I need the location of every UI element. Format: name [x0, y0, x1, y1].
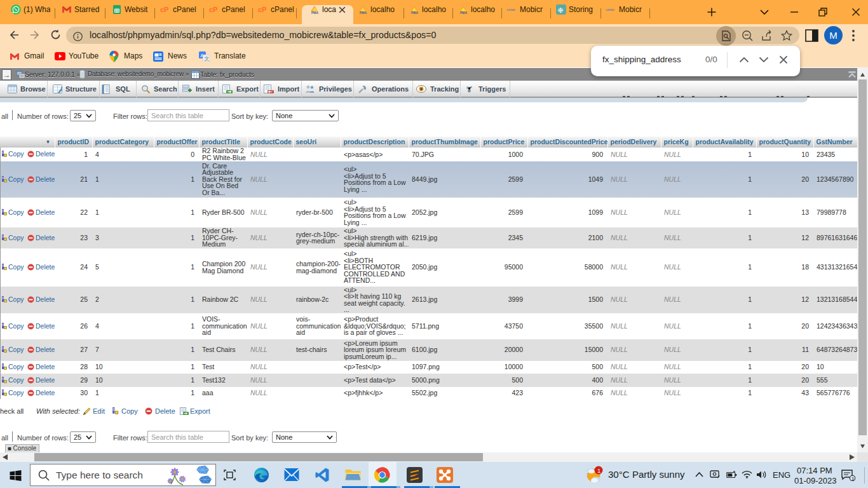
svg-text:LOGO: LOGO — [606, 8, 614, 11]
svg-text:PMA: PMA — [311, 11, 319, 15]
svg-text:LOGO: LOGO — [507, 8, 515, 11]
svg-text:❉: ❉ — [558, 6, 564, 14]
svg-text:cP: cP — [160, 6, 168, 13]
svg-text:cP: cP — [258, 6, 266, 13]
svg-text:PMA: PMA — [360, 11, 367, 15]
svg-text:cP: cP — [209, 6, 217, 13]
svg-text:PMA: PMA — [411, 11, 419, 15]
svg-text:PMA: PMA — [460, 11, 468, 15]
svg-text:文: 文 — [205, 56, 210, 62]
svg-text:1: 1 — [597, 467, 600, 474]
svg-text:1: 1 — [851, 476, 855, 482]
